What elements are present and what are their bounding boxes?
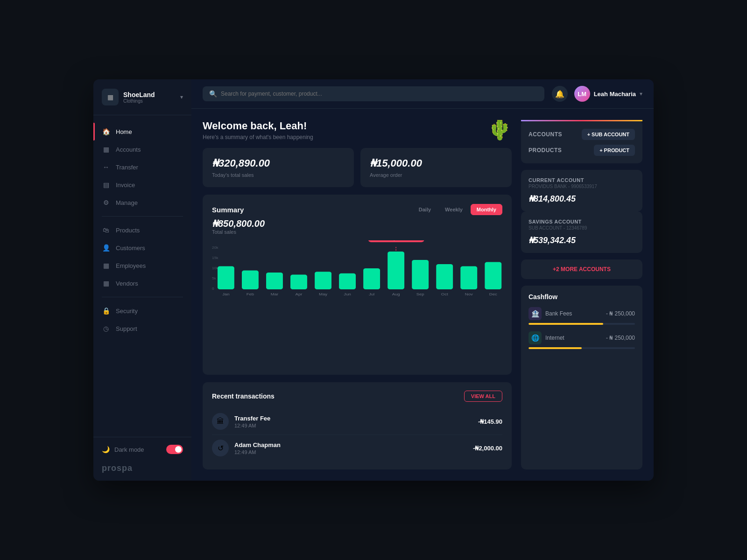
svg-text:Oct: Oct	[441, 292, 448, 296]
sidebar-item-label-customers: Customers	[116, 245, 145, 252]
sidebar-item-manage[interactable]: ⚙ Manage	[93, 194, 191, 211]
cashflow-row: 🌐 Internet - ₦ 250,000	[529, 331, 635, 344]
txn-icon: 🏛	[212, 413, 229, 430]
txn-left: 🏛 Transfer Fee 12:49 AM	[212, 413, 270, 430]
search-bar[interactable]: 🔍	[203, 86, 544, 101]
sidebar-item-security[interactable]: 🔒 Security	[93, 302, 191, 320]
svg-text:10k: 10k	[212, 266, 218, 270]
account-sub: SUB ACCOUNT - 12346789	[529, 225, 635, 231]
svg-text:May: May	[319, 292, 328, 296]
sub-account-button[interactable]: + SUB ACCOUNT	[582, 129, 635, 140]
nav-divider-2	[102, 297, 183, 297]
search-input[interactable]	[221, 91, 538, 97]
svg-rect-9	[266, 273, 283, 289]
welcome-emoji: 🌵	[487, 120, 512, 140]
security-icon: 🔒	[102, 307, 110, 315]
brand-icon: ▦	[102, 89, 119, 105]
svg-text:Jul: Jul	[369, 292, 374, 296]
sidebar: ▦ ShoeLand Clothings ▾ 🏠 Home ▦ Accounts…	[93, 79, 191, 481]
cashflow-progress-bar	[529, 347, 635, 349]
welcome-section: Welcome back, Leah! Here's a summary of …	[203, 120, 512, 140]
sidebar-item-transfer[interactable]: ↔ Transfer	[93, 158, 191, 176]
cashflow-amount: - ₦ 250,000	[606, 335, 635, 341]
sidebar-item-vendors[interactable]: ▦ Vendors	[93, 274, 191, 292]
accounts-action-row: ACCOUNTS + SUB ACCOUNT	[529, 129, 635, 140]
sidebar-item-support[interactable]: ◷ Support	[93, 320, 191, 337]
sidebar-item-label-support: Support	[116, 325, 137, 332]
view-all-button[interactable]: VIEW ALL	[464, 391, 502, 402]
employees-icon: ▦	[102, 261, 110, 270]
sidebar-item-label-security: Security	[116, 308, 138, 315]
home-icon: 🏠	[102, 127, 110, 136]
account-balance: ₦814,800.45	[529, 194, 635, 204]
main-content: 🔍 🔔 LM Leah Macharia ▾ Welcome back, Lea…	[191, 79, 654, 481]
prospa-logo: prospa	[102, 463, 183, 473]
txn-amount: -₦2,000.00	[473, 445, 502, 452]
txn-icon: ↺	[212, 440, 229, 456]
accounts-icon: ▦	[102, 145, 110, 154]
more-accounts-button[interactable]: +2 MORE ACCOUNTS	[521, 259, 642, 279]
svg-rect-19	[388, 252, 404, 289]
stats-row: ₦320,890.00 Today's total sales ₦15,000.…	[203, 148, 512, 187]
svg-text:5k: 5k	[212, 277, 216, 280]
sidebar-item-label-products: Products	[116, 227, 140, 234]
txn-time: 12:49 AM	[234, 449, 281, 455]
chart-header: Summary Daily Weekly Monthly	[212, 204, 502, 215]
cashflow-list: 🏦 Bank Fees - ₦ 250,000 🌐 Internet - ₦ 2…	[529, 307, 635, 349]
account-sub: PROVIDUS BANK - 9906533917	[529, 184, 635, 189]
nav-divider-1	[102, 216, 183, 217]
right-panel: ACCOUNTS + SUB ACCOUNT PRODUCTS + PRODUC…	[521, 120, 642, 469]
sidebar-item-employees[interactable]: ▦ Employees	[93, 257, 191, 274]
sidebar-item-accounts[interactable]: ▦ Accounts	[93, 140, 191, 158]
tab-daily[interactable]: Daily	[413, 204, 437, 215]
txn-name: Adam Chapman	[234, 441, 281, 448]
moon-icon: 🌙	[102, 446, 110, 453]
left-panel: Welcome back, Leah! Here's a summary of …	[203, 120, 512, 469]
user-chevron-icon: ▾	[640, 91, 642, 97]
svg-rect-5	[218, 266, 234, 290]
sidebar-item-invoice[interactable]: ▤ Invoice	[93, 176, 191, 194]
sidebar-item-home[interactable]: 🏠 Home	[93, 123, 191, 140]
notification-button[interactable]: 🔔	[552, 86, 568, 102]
cashflow-name: Internet	[545, 335, 564, 341]
sidebar-item-products[interactable]: 🛍 Products	[93, 221, 191, 239]
content-area: Welcome back, Leah! Here's a summary of …	[191, 109, 654, 481]
account-cards: CURRENT ACCOUNT PROVIDUS BANK - 99065339…	[521, 170, 642, 253]
transactions-list: 🏛 Transfer Fee 12:49 AM -₦145.90 ↺ Adam …	[212, 408, 502, 461]
tab-weekly[interactable]: Weekly	[439, 204, 469, 215]
account-type: SAVINGS ACCOUNT	[529, 219, 635, 224]
cashflow-row: 🏦 Bank Fees - ₦ 250,000	[529, 307, 635, 320]
cashflow-icon: 🏦	[529, 307, 542, 320]
svg-text:Jan: Jan	[222, 292, 230, 296]
manage-icon: ⚙	[102, 198, 110, 207]
svg-rect-23	[436, 264, 453, 289]
stat-sales-label: Today's total sales	[212, 172, 345, 178]
support-icon: ◷	[102, 324, 110, 333]
sidebar-item-label-transfer: Transfer	[116, 164, 138, 171]
dark-mode-label: Dark mode	[114, 446, 166, 453]
svg-text:Feb: Feb	[247, 292, 254, 296]
tab-monthly[interactable]: Monthly	[471, 204, 502, 215]
sidebar-item-customers[interactable]: 👤 Customers	[93, 239, 191, 257]
cashflow-progress-fill	[529, 323, 603, 325]
svg-text:20k: 20k	[212, 246, 218, 250]
vendors-icon: ▦	[102, 279, 110, 287]
account-balance-card: CURRENT ACCOUNT PROVIDUS BANK - 99065339…	[521, 170, 642, 211]
account-type: CURRENT ACCOUNT	[529, 177, 635, 183]
dark-mode-toggle[interactable]	[166, 445, 183, 454]
transaction-item: 🏛 Transfer Fee 12:49 AM -₦145.90	[212, 408, 502, 435]
add-product-button[interactable]: + PRODUCT	[594, 145, 635, 156]
brand-header[interactable]: ▦ ShoeLand Clothings ▾	[93, 79, 191, 115]
dark-mode-row: 🌙 Dark mode	[102, 445, 183, 454]
cashflow-item: 🌐 Internet - ₦ 250,000	[529, 331, 635, 349]
transactions-title: Recent transactions	[212, 392, 275, 400]
brand-name: ShoeLand	[123, 91, 180, 98]
customers-icon: 👤	[102, 244, 110, 252]
svg-text:Nov: Nov	[465, 292, 473, 296]
user-info[interactable]: LM Leah Macharia ▾	[574, 86, 642, 102]
txn-name: Transfer Fee	[234, 415, 270, 422]
cashflow-icon: 🌐	[529, 331, 542, 344]
accounts-action-label: ACCOUNTS	[529, 131, 562, 138]
svg-rect-15	[339, 273, 356, 289]
stat-card-sales: ₦320,890.00 Today's total sales	[203, 148, 354, 187]
